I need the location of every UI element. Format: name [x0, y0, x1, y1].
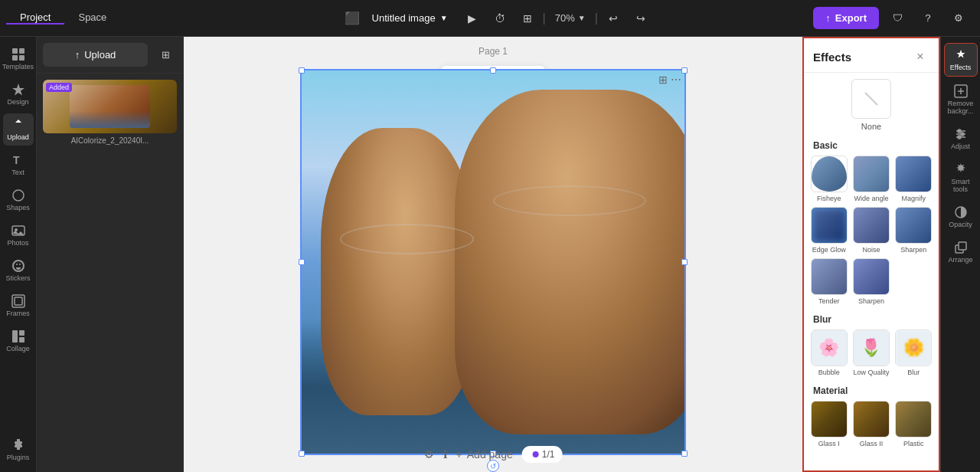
- effect-glass-1-label: Glass I: [818, 440, 840, 447]
- effects-title: Effects: [813, 51, 851, 64]
- right-sidebar-smart-tools[interactable]: Smart tools: [944, 158, 978, 198]
- tab-project[interactable]: Project: [6, 11, 64, 25]
- effect-tender[interactable]: Tender: [810, 258, 848, 305]
- document-title-button[interactable]: Untitled image ▼: [366, 9, 454, 27]
- effect-sharpen2-thumb: [853, 258, 890, 295]
- settings-button[interactable]: ⚙: [946, 6, 971, 31]
- canvas-info-button[interactable]: ℹ: [443, 448, 447, 461]
- right-sidebar-adjust[interactable]: Adjust: [944, 123, 978, 155]
- corner-icon-2[interactable]: ⋯: [671, 74, 681, 86]
- svg-rect-9: [15, 297, 22, 305]
- canvas-area[interactable]: Page 1 ⊞ ⊟ ⊡ ···: [184, 37, 802, 472]
- chevron-down-icon: ▼: [578, 14, 586, 22]
- sidebar-item-stickers-label: Stickers: [6, 274, 31, 282]
- sidebar-item-templates[interactable]: Templates: [3, 43, 34, 75]
- effect-edge-glow[interactable]: Edge Glow: [810, 207, 848, 254]
- effect-low-quality[interactable]: 🌷 Low Quality: [852, 329, 890, 376]
- sidebar-item-stickers[interactable]: Stickers: [3, 254, 34, 287]
- layout-button[interactable]: ⊞: [515, 6, 540, 31]
- tab-space[interactable]: Space: [64, 11, 120, 25]
- effect-fisheye-label: Fisheye: [817, 195, 841, 202]
- effect-low-quality-thumb: 🌷: [853, 329, 890, 366]
- sidebar-item-plugins[interactable]: Plugins: [3, 434, 34, 466]
- handle-tr[interactable]: [681, 67, 688, 74]
- undo-button[interactable]: ↩: [601, 6, 626, 31]
- sidebar-item-photos[interactable]: Photos: [3, 219, 34, 251]
- help-button[interactable]: ?: [916, 6, 940, 31]
- svg-rect-10: [12, 330, 18, 343]
- topbar-tabs: Project Space: [6, 11, 120, 25]
- effect-low-quality-img: 🌷: [854, 330, 889, 365]
- sidebar-item-plugins-label: Plugins: [7, 454, 30, 461]
- sidebar-item-frames[interactable]: Frames: [3, 290, 34, 322]
- canvas-settings-button[interactable]: ⚙: [424, 448, 434, 461]
- page-number: 1/1: [542, 449, 555, 460]
- effect-edge-glow-thumb: [811, 207, 848, 244]
- effect-blur[interactable]: 🌼 Blur: [895, 329, 933, 376]
- canvas-icon: ⬛: [345, 11, 360, 25]
- media-item[interactable]: Added AIColorize_2_20240I...: [43, 80, 177, 145]
- effect-plastic[interactable]: Plastic: [895, 401, 933, 447]
- upload-button[interactable]: ↑ Upload: [43, 43, 148, 67]
- section-label-material: Material: [804, 382, 939, 401]
- svg-point-7: [15, 228, 18, 231]
- handle-br[interactable]: [681, 451, 688, 457]
- corner-icon-1[interactable]: ⊞: [658, 74, 668, 86]
- material-effects-grid: Glass I Glass II Plastic: [804, 401, 939, 454]
- effect-glass-1[interactable]: Glass I: [810, 401, 848, 447]
- handle-mr[interactable]: [681, 259, 688, 265]
- effect-noise[interactable]: Noise: [852, 207, 890, 254]
- effect-wide-angle[interactable]: Wide angle: [852, 156, 890, 202]
- right-sidebar-arrange[interactable]: Arrange: [944, 236, 978, 268]
- add-page-button[interactable]: + Add page: [456, 448, 513, 461]
- svg-point-18: [961, 133, 964, 136]
- sidebar-item-text[interactable]: T Text: [3, 149, 34, 181]
- panel-view-button[interactable]: ⊞: [154, 44, 177, 67]
- effect-bubble-thumb: 🌸: [811, 329, 848, 366]
- sidebar-item-templates-label: Templates: [2, 63, 34, 70]
- play-button[interactable]: ▶: [460, 6, 485, 31]
- media-item-added-badge: Added: [46, 83, 72, 92]
- effect-glass-2[interactable]: Glass II: [852, 401, 890, 447]
- svg-rect-23: [959, 242, 966, 250]
- effect-bubble[interactable]: 🌸 Bubble: [810, 329, 848, 376]
- effects-close-button[interactable]: ×: [911, 48, 929, 66]
- right-sidebar-effects[interactable]: Effects: [944, 43, 978, 77]
- right-sidebar-opacity[interactable]: Opacity: [944, 201, 978, 233]
- effect-fisheye[interactable]: Fisheye: [810, 156, 848, 202]
- effects-scroll[interactable]: None Basic Fisheye Wide angle: [804, 73, 939, 470]
- none-effect-box[interactable]: [851, 79, 891, 119]
- topbar-center: ⬛ Untitled image ▼ ▶ ⏱ ⊞ | 70% ▼ | ↩ ↪: [184, 6, 813, 31]
- effect-sharpen[interactable]: Sharpen: [895, 207, 933, 254]
- handle-ml[interactable]: [299, 259, 305, 265]
- export-button[interactable]: ↑ Export: [813, 7, 879, 29]
- none-effect-label: None: [861, 122, 881, 131]
- sidebar-item-upload[interactable]: Upload: [3, 113, 34, 146]
- timer-button[interactable]: ⏱: [488, 6, 512, 31]
- canvas-image: [302, 70, 684, 454]
- effect-sharpen-thumb: [895, 207, 932, 244]
- zoom-control[interactable]: 70% ▼: [549, 9, 592, 27]
- section-label-basic: Basic: [804, 137, 939, 156]
- plus-icon: +: [456, 448, 462, 461]
- canvas-bottom-bar: ⚙ ℹ + Add page 1/1: [424, 446, 563, 463]
- effect-bubble-img: 🌸: [812, 330, 847, 365]
- handle-bl[interactable]: [299, 451, 305, 457]
- shield-icon-button[interactable]: 🛡: [885, 6, 910, 31]
- sidebar-item-design[interactable]: Design: [3, 78, 34, 110]
- canvas-image-frame[interactable]: ⊞ ⋯ ↺: [300, 69, 686, 455]
- divider2: |: [595, 11, 598, 25]
- sidebar-item-collage[interactable]: Collage: [3, 325, 34, 357]
- right-sidebar-effects-label: Effects: [950, 64, 971, 71]
- redo-button[interactable]: ↪: [629, 6, 653, 31]
- effect-sharpen2[interactable]: Sharpen: [852, 258, 890, 305]
- effect-sharpen-label: Sharpen: [900, 246, 926, 254]
- right-sidebar-remove-bg[interactable]: Remove backgr...: [944, 80, 978, 120]
- handle-tm[interactable]: [490, 67, 496, 74]
- sidebar-item-shapes[interactable]: Shapes: [3, 184, 34, 216]
- effect-noise-label: Noise: [862, 246, 880, 254]
- effect-magnify[interactable]: Magnify: [895, 156, 933, 202]
- section-label-blur: Blur: [804, 311, 939, 329]
- handle-tl[interactable]: [299, 67, 305, 74]
- page-indicator: 1/1: [522, 446, 563, 463]
